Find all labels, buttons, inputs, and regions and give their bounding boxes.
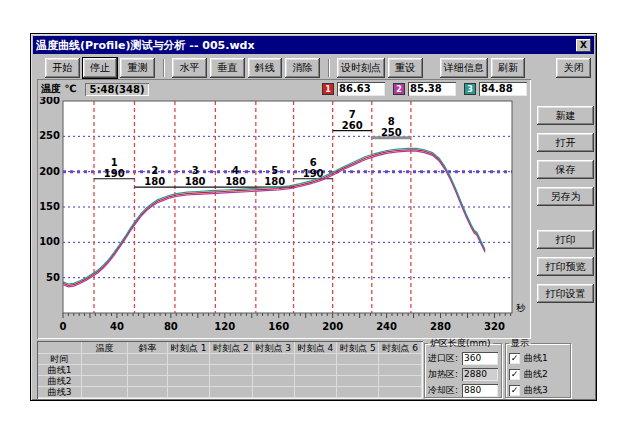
svg-text:300: 300 [39,97,60,106]
inlet-zone-label: 进口区: [428,352,462,365]
table-cell [295,387,337,398]
curve3-temp-value: 84.88 [479,82,527,96]
svg-text:0: 0 [60,321,67,332]
svg-text:4: 4 [232,165,239,176]
table-cell [82,354,128,365]
table-cell [253,365,295,376]
title-bar[interactable]: 温度曲线(Profile)测试与分析 -- 005.wdx X [33,36,594,54]
file-button-column: 新建 打开 保存 另存为 打印 打印预览 打印设置 [537,106,594,311]
table-cell [295,365,337,376]
svg-text:180: 180 [225,176,246,187]
cooling-zone-label: 冷却区: [428,384,462,397]
table-cell [379,365,421,376]
inlet-zone-input[interactable]: 360 [462,352,498,365]
table-header: 时刻点 4 [295,342,337,354]
svg-text:180: 180 [264,176,285,187]
legend-item-2: 2 85.38 [393,82,456,96]
profile-chart[interactable]: 0408012016020024028032050100150200250300… [37,97,531,337]
curve1-checkbox-label: 曲线1 [524,352,548,365]
curve3-checkbox-label: 曲线3 [524,384,548,397]
svg-text:100: 100 [39,236,60,247]
print-setup-button[interactable]: 打印设置 [537,284,594,303]
svg-text:1: 1 [111,157,118,168]
row-label-time: 时间 [38,354,82,365]
svg-text:180: 180 [185,176,206,187]
new-button[interactable]: 新建 [537,106,594,125]
heating-zone-label: 加热区: [428,368,462,381]
slant-line-button[interactable]: 斜线 [248,58,283,78]
table-cell [82,387,128,398]
table-cell [168,365,210,376]
svg-text:250: 250 [39,130,60,141]
save-as-button[interactable]: 另存为 [537,187,594,206]
details-button[interactable]: 详细信息 [440,58,488,78]
legend-item-3: 3 84.88 [464,82,527,96]
svg-text:200: 200 [39,166,60,177]
table-cell [337,354,379,365]
table-header: 时刻点 2 [210,342,252,354]
row-label-curve3: 曲线3 [38,387,82,398]
svg-text:50: 50 [46,272,60,283]
curve2-checkbox[interactable]: ✓ [509,369,520,380]
reset-button[interactable]: 重设 [388,58,423,78]
table-cell [253,354,295,365]
svg-text:180: 180 [144,176,165,187]
table-cell [337,387,379,398]
svg-text:260: 260 [342,120,363,131]
svg-text:190: 190 [303,168,324,179]
table-cell [210,365,252,376]
horizontal-line-button[interactable]: 水平 [172,58,207,78]
start-button[interactable]: 开始 [45,58,80,78]
table-cell [128,376,168,387]
svg-text:2: 2 [151,165,158,176]
svg-text:120: 120 [214,321,235,332]
row-label-curve1: 曲线1 [38,365,82,376]
display-panel: 显示 ✓ 曲线1 ✓ 曲线2 ✓ 曲线3 [505,337,571,398]
close-button[interactable]: 关闭 [556,58,591,78]
table-header: 时刻点 3 [253,342,295,354]
heating-zone-input[interactable]: 2880 [462,368,498,381]
table-cell [337,376,379,387]
toolbar-separator [163,59,165,77]
stop-button[interactable]: 停止 [83,58,118,78]
table-cell [379,354,421,365]
svg-text:150: 150 [39,201,60,212]
table-cell [210,376,252,387]
set-timepoint-button[interactable]: 设时刻点 [337,58,385,78]
legend: 1 86.63 2 85.38 3 84.88 [322,82,527,96]
oven-panel-title: 炉区长度(mm) [428,337,493,350]
cooling-zone-input[interactable]: 880 [462,384,498,397]
vertical-line-button[interactable]: 垂直 [210,58,245,78]
chart-header: 温度 ℃ 5:48(348) 1 86.63 2 85.38 3 84.88 [41,81,527,97]
print-preview-button[interactable]: 打印预览 [537,257,594,276]
svg-text:250: 250 [381,127,402,138]
curve2-temp-value: 85.38 [408,82,456,96]
curve3-checkbox[interactable]: ✓ [509,385,520,396]
svg-text:280: 280 [430,321,451,332]
retest-button[interactable]: 重测 [120,58,155,78]
app-window: 温度曲线(Profile)测试与分析 -- 005.wdx X 开始 停止 重测… [30,33,597,401]
curve2-checkbox-label: 曲线2 [524,368,548,381]
table-cell [253,376,295,387]
erase-button[interactable]: 消除 [285,58,320,78]
display-panel-title: 显示 [509,337,531,350]
curve3-swatch-icon: 3 [464,83,476,95]
table-cell [210,387,252,398]
curve1-checkbox[interactable]: ✓ [509,353,520,364]
table-header: 温度 [82,342,128,354]
table-header: 斜率 [128,342,168,354]
svg-text:8: 8 [388,116,395,127]
svg-text:40: 40 [110,321,124,332]
print-button[interactable]: 打印 [537,230,594,249]
save-button[interactable]: 保存 [537,160,594,179]
table-header [38,342,82,354]
svg-text:240: 240 [376,321,397,332]
table-cell [253,387,295,398]
svg-text:200: 200 [322,321,343,332]
table-cell [379,376,421,387]
svg-text:190: 190 [104,168,125,179]
open-button[interactable]: 打开 [537,133,594,152]
table-cell [82,365,128,376]
refresh-button[interactable]: 刷新 [491,58,526,78]
close-icon[interactable]: X [576,39,591,52]
